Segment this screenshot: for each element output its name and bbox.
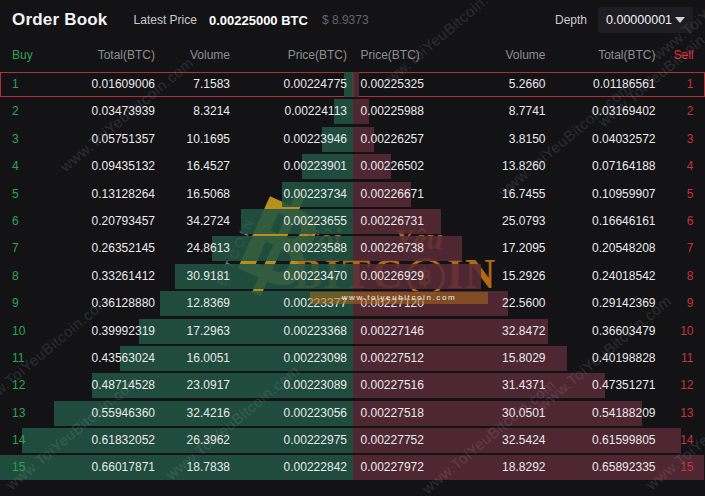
buy-order-row[interactable]: 14 0.61832052 26.3962 0.00222975: [0, 428, 353, 453]
buy-total-value: 0.55946360: [92, 401, 155, 426]
buy-price-value: 0.00223089: [284, 373, 347, 398]
sell-order-row[interactable]: 0.00227518 30.0501 0.54188209 13: [353, 401, 705, 426]
buy-volume-value: 18.7838: [187, 455, 230, 480]
buy-total-value: 0.33261412: [92, 264, 155, 289]
buy-order-row[interactable]: 13 0.55946360 32.4216 0.00223056: [0, 401, 353, 426]
buy-volume-value: 16.5068: [187, 182, 230, 207]
buy-total-value: 0.36128880: [92, 291, 155, 316]
sell-price-value: 0.00227512: [361, 346, 424, 371]
sell-volume-value: 15.8029: [502, 346, 545, 371]
buy-volume-value: 17.2963: [187, 319, 230, 344]
sell-row-index: 1: [687, 72, 694, 97]
buy-total-value: 0.03473939: [92, 99, 155, 124]
sell-price-header: Price(BTC): [361, 48, 420, 62]
buy-price-value: 0.00224113: [284, 99, 347, 124]
depth-label: Depth: [555, 13, 587, 27]
latest-price-value: 0.00225000 BTC: [209, 13, 308, 28]
buy-price-value: 0.00223056: [284, 401, 347, 426]
panel-title: Order Book: [12, 10, 108, 30]
buy-row-index: 6: [12, 209, 19, 234]
buy-price-value: 0.00223368: [284, 319, 347, 344]
sell-volume-header: Volume: [505, 48, 545, 62]
sell-order-row[interactable]: 0.00227972 18.8292 0.65892335 15: [353, 455, 705, 480]
sell-price-value: 0.00225988: [361, 99, 424, 124]
sell-volume-value: 32.8472: [502, 319, 545, 344]
sell-price-value: 0.00226731: [361, 209, 424, 234]
buy-row-index: 1: [12, 72, 19, 97]
sell-order-row[interactable]: 0.00226731 25.0793 0.16646161 6: [353, 209, 705, 234]
sell-volume-value: 13.8260: [502, 154, 545, 179]
sell-volume-value: 3.8150: [509, 127, 546, 152]
buy-row-index: 2: [12, 99, 19, 124]
sell-side: 0.00225325 5.2660 0.01186561 1 0.0022598…: [353, 72, 705, 496]
buy-order-row[interactable]: 1 0.01609006 7.1583 0.00224775: [0, 72, 353, 97]
sell-price-value: 0.00226502: [361, 154, 424, 179]
sell-order-row[interactable]: 0.00226738 17.2095 0.20548208 7: [353, 236, 705, 261]
sell-row-index: 2: [687, 99, 694, 124]
buy-price-value: 0.00223588: [284, 236, 347, 261]
sell-order-row[interactable]: 0.00226502 13.8260 0.07164188 4: [353, 154, 705, 179]
sell-price-value: 0.00227518: [361, 401, 424, 426]
buy-row-index: 14: [12, 428, 25, 453]
sell-depth-bar: [353, 72, 359, 97]
buy-row-index: 12: [12, 373, 25, 398]
buy-column-header: Buy: [12, 48, 33, 62]
sell-row-index: 12: [680, 373, 693, 398]
depth-select[interactable]: 0.00000001: [598, 7, 693, 33]
buy-total-value: 0.61832052: [92, 428, 155, 453]
sell-volume-value: 32.5424: [502, 428, 545, 453]
sell-order-row[interactable]: 0.00227752 32.5424 0.61599805 14: [353, 428, 705, 453]
buy-volume-value: 7.1583: [193, 72, 230, 97]
buy-price-value: 0.00223377: [284, 291, 347, 316]
sell-order-row[interactable]: 0.00227516 31.4371 0.47351271 12: [353, 373, 705, 398]
buy-order-row[interactable]: 9 0.36128880 12.8369 0.00223377: [0, 291, 353, 316]
sell-volume-value: 22.5600: [502, 291, 545, 316]
buy-order-row[interactable]: 10 0.39992319 17.2963 0.00223368: [0, 319, 353, 344]
buy-side: 1 0.01609006 7.1583 0.00224775 2 0.03473…: [0, 72, 353, 496]
sell-order-row[interactable]: 0.00226929 15.2926 0.24018542 8: [353, 264, 705, 289]
buy-price-value: 0.00223946: [284, 127, 347, 152]
latest-price-label: Latest Price: [134, 13, 197, 27]
buy-row-index: 9: [12, 291, 19, 316]
sell-total-value: 0.01186561: [593, 72, 656, 97]
buy-order-row[interactable]: 6 0.20793457 34.2724 0.00223655: [0, 209, 353, 234]
buy-order-row[interactable]: 7 0.26352145 24.8613 0.00223588: [0, 236, 353, 261]
sell-order-row[interactable]: 0.00227146 32.8472 0.36603479 10: [353, 319, 705, 344]
buy-order-row[interactable]: 5 0.13128264 16.5068 0.00223734: [0, 182, 353, 207]
buy-order-row[interactable]: 4 0.09435132 16.4527 0.00223901: [0, 154, 353, 179]
buy-price-value: 0.00224775: [284, 72, 347, 97]
buy-order-row[interactable]: 8 0.33261412 30.9181 0.00223470: [0, 264, 353, 289]
sell-total-value: 0.10959907: [592, 182, 655, 207]
sell-total-value: 0.20548208: [592, 236, 655, 261]
sell-row-index: 3: [687, 127, 694, 152]
buy-order-row[interactable]: 2 0.03473939 8.3214 0.00224113: [0, 99, 353, 124]
buy-order-row[interactable]: 12 0.48714528 23.0917 0.00223089: [0, 373, 353, 398]
sell-price-value: 0.00227516: [361, 373, 424, 398]
sell-price-value: 0.00226257: [361, 127, 424, 152]
sell-order-row[interactable]: 0.00226257 3.8150 0.04032572 3: [353, 127, 705, 152]
sell-price-value: 0.00226929: [361, 264, 424, 289]
sell-order-row[interactable]: 0.00225988 8.7741 0.03169402 2: [353, 99, 705, 124]
sell-total-value: 0.36603479: [592, 319, 655, 344]
sell-order-row[interactable]: 0.00225325 5.2660 0.01186561 1: [353, 72, 705, 97]
sell-row-index: 15: [680, 455, 693, 480]
sell-order-row[interactable]: 0.00227120 22.5600 0.29142369 9: [353, 291, 705, 316]
sell-total-value: 0.54188209: [592, 401, 655, 426]
buy-order-row[interactable]: 15 0.66017871 18.7838 0.00222842: [0, 455, 353, 480]
buy-total-value: 0.13128264: [92, 182, 155, 207]
buy-order-row[interactable]: 3 0.05751357 10.1695 0.00223946: [0, 127, 353, 152]
buy-row-index: 10: [12, 319, 25, 344]
sell-total-value: 0.24018542: [592, 264, 655, 289]
buy-volume-value: 30.9181: [187, 264, 230, 289]
buy-order-row[interactable]: 11 0.43563024 16.0051 0.00223098: [0, 346, 353, 371]
sell-price-value: 0.00227120: [361, 291, 424, 316]
sell-volume-value: 25.0793: [502, 209, 545, 234]
sell-order-row[interactable]: 0.00227512 15.8029 0.40198828 11: [353, 346, 705, 371]
buy-total-value: 0.39992319: [92, 319, 155, 344]
sell-row-index: 7: [687, 236, 694, 261]
buy-row-index: 7: [12, 236, 19, 261]
sell-row-index: 14: [680, 428, 693, 453]
sell-order-row[interactable]: 0.00226671 16.7455 0.10959907 5: [353, 182, 705, 207]
sell-total-value: 0.07164188: [592, 154, 655, 179]
sell-volume-value: 18.8292: [502, 455, 545, 480]
